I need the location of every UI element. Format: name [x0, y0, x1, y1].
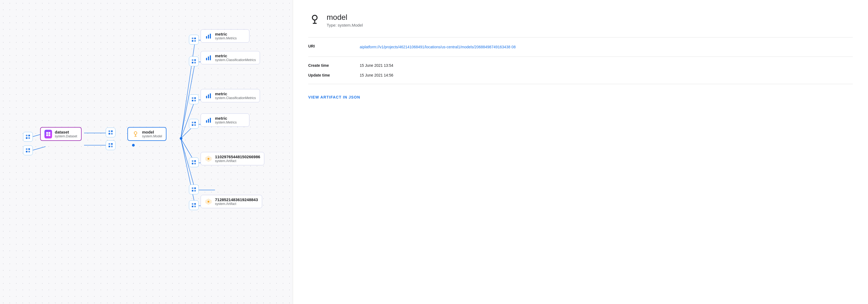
metric-4-type: system.Metrics	[215, 120, 237, 124]
svg-rect-35	[109, 131, 110, 132]
metric-node-2[interactable]: metric system.ClassificationMetrics	[200, 51, 260, 64]
svg-rect-37	[109, 133, 110, 135]
svg-rect-26	[28, 137, 30, 139]
detail-type: Type: system.Model	[327, 23, 363, 27]
svg-rect-50	[192, 59, 193, 61]
svg-rect-49	[194, 40, 196, 42]
svg-rect-62	[192, 160, 193, 162]
svg-rect-82	[210, 93, 211, 98]
dataset-type: system.Dataset	[55, 134, 77, 138]
artifact-2-title: 7128521483619248843	[215, 197, 258, 202]
left-connector-bottom[interactable]	[23, 145, 33, 155]
artifact-2-icon	[205, 198, 212, 205]
svg-rect-81	[208, 94, 209, 98]
dataset-title: dataset	[55, 130, 77, 134]
right-conn-6[interactable]	[189, 185, 199, 194]
svg-rect-46	[192, 38, 193, 39]
detail-title: model	[327, 13, 363, 22]
artifact-node-2[interactable]: 7128521483619248843 system.Artifact	[200, 195, 262, 208]
artifact-1-text: 11029765448150266986 system.Artifact	[215, 155, 260, 163]
svg-rect-54	[192, 98, 193, 99]
dataset-icon	[44, 130, 52, 138]
svg-rect-78	[208, 56, 209, 60]
artifact-1-type: system.Artifact	[215, 159, 260, 163]
artifact-2-text: 7128521483619248843 system.Artifact	[215, 197, 258, 206]
model-node[interactable]: model system.Model	[127, 127, 166, 141]
right-conn-5[interactable]	[189, 158, 199, 167]
metric-1-title: metric	[215, 32, 237, 36]
detail-title-block: model Type: system.Model	[327, 13, 363, 27]
svg-rect-52	[192, 62, 193, 63]
svg-rect-71	[194, 203, 196, 205]
metric-1-text: metric system.Metrics	[215, 32, 237, 40]
svg-rect-40	[111, 143, 113, 145]
uri-value: aiplatform://v1/projects/462141068491/lo…	[360, 44, 516, 50]
divider-2	[308, 56, 853, 57]
svg-rect-67	[194, 188, 196, 189]
svg-rect-24	[28, 135, 30, 137]
model-icon	[132, 130, 140, 138]
svg-rect-41	[109, 146, 110, 147]
svg-rect-59	[194, 122, 196, 123]
metric-2-title: metric	[215, 53, 256, 58]
svg-point-89	[208, 200, 210, 202]
detail-header: model Type: system.Model	[308, 13, 853, 27]
svg-rect-34	[49, 134, 51, 136]
create-time-value: 15 June 2021 13:54	[360, 63, 393, 67]
svg-rect-77	[206, 58, 207, 60]
create-time-row: Create time 15 June 2021 13:54	[308, 63, 853, 67]
metric-1-type: system.Metrics	[215, 36, 237, 40]
svg-rect-83	[206, 120, 207, 123]
metric-2-icon	[205, 54, 212, 62]
model-type: system.Model	[142, 134, 162, 138]
svg-rect-60	[192, 124, 193, 126]
uri-link[interactable]: aiplatform://v1/projects/462141068491/lo…	[360, 45, 516, 49]
metric-node-3[interactable]: metric system.ClassificationMetrics	[200, 89, 260, 102]
svg-rect-63	[194, 160, 196, 162]
svg-rect-32	[49, 132, 51, 134]
mid-connector-bottom[interactable]	[106, 140, 116, 150]
metric-3-icon	[205, 92, 212, 100]
svg-rect-48	[192, 40, 193, 42]
svg-rect-66	[192, 188, 193, 189]
right-conn-3[interactable]	[189, 94, 199, 104]
view-json-button[interactable]: VIEW ARTIFACT IN JSON	[308, 95, 360, 99]
svg-rect-61	[194, 124, 196, 126]
uri-label: URI	[308, 44, 343, 50]
svg-line-20	[181, 138, 195, 206]
artifact-1-title: 11029765448150266986	[215, 155, 260, 159]
uri-row: URI aiplatform://v1/projects/46214106849…	[308, 44, 853, 50]
svg-rect-30	[28, 151, 30, 153]
svg-rect-51	[194, 59, 196, 61]
svg-rect-36	[111, 131, 113, 132]
mid-connector-top[interactable]	[106, 128, 116, 137]
left-connector-top[interactable]	[23, 132, 33, 142]
right-conn-7[interactable]	[189, 200, 199, 210]
detail-model-icon	[308, 13, 321, 26]
right-conn-2[interactable]	[189, 56, 199, 66]
svg-rect-31	[46, 132, 48, 134]
svg-rect-55	[194, 98, 196, 99]
model-text: model system.Model	[142, 130, 162, 138]
metric-node-4[interactable]: metric system.Metrics	[200, 113, 249, 127]
right-conn-1[interactable]	[189, 35, 199, 45]
artifact-node-1[interactable]: 11029765448150266986 system.Artifact	[200, 152, 264, 165]
dataset-node[interactable]: dataset system.Dataset	[40, 127, 82, 141]
svg-rect-23	[26, 135, 28, 137]
metric-2-text: metric system.ClassificationMetrics	[215, 53, 256, 62]
right-conn-4[interactable]	[189, 119, 199, 129]
update-time-label: Update time	[308, 73, 343, 77]
dataset-text: dataset system.Dataset	[55, 130, 77, 138]
svg-rect-73	[194, 206, 196, 208]
artifact-1-icon	[205, 155, 212, 163]
svg-point-43	[134, 132, 137, 134]
svg-rect-72	[192, 206, 193, 208]
svg-point-87	[208, 158, 210, 160]
detail-panel: model Type: system.Model URI aiplatform:…	[293, 0, 868, 304]
artifact-2-type: system.Artifact	[215, 202, 258, 206]
svg-rect-58	[192, 122, 193, 123]
metric-node-1[interactable]: metric system.Metrics	[200, 29, 249, 43]
metric-3-type: system.ClassificationMetrics	[215, 96, 256, 100]
svg-rect-64	[192, 163, 193, 165]
svg-rect-42	[111, 146, 113, 147]
